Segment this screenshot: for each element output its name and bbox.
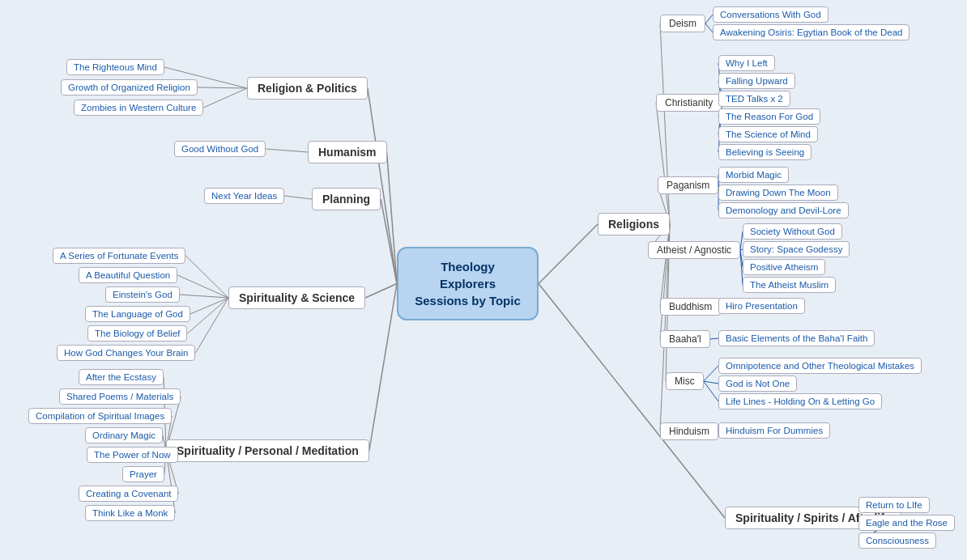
svg-line-2 bbox=[381, 199, 397, 284]
sub-deism: Deism bbox=[660, 15, 705, 32]
svg-line-50 bbox=[710, 338, 718, 339]
sub-paganism: Paganism bbox=[658, 176, 718, 194]
svg-line-8 bbox=[198, 87, 247, 88]
svg-line-3 bbox=[365, 284, 397, 299]
svg-line-34 bbox=[705, 15, 713, 23]
category-religions: Religions bbox=[598, 213, 670, 235]
category-spirituality-science: Spirituality & Science bbox=[228, 286, 365, 309]
svg-line-11 bbox=[284, 196, 312, 199]
leaf-next-year: Next Year Ideas bbox=[204, 188, 284, 204]
svg-line-15 bbox=[190, 298, 228, 314]
svg-line-52 bbox=[704, 381, 718, 384]
leaf-fortunate-events: A Series of Fortunate Events bbox=[53, 248, 185, 264]
sub-christianity: Christianity bbox=[656, 94, 722, 112]
leaf-drawing-down: Drawing Down The Moon bbox=[718, 185, 838, 201]
leaf-eagle-rose: Eagle and the Rose bbox=[858, 515, 955, 531]
svg-line-5 bbox=[539, 224, 598, 284]
center-node: Theology Explorers Sessions by Topic bbox=[397, 247, 539, 320]
sub-atheist: Atheist / Agnostic bbox=[648, 241, 740, 259]
leaf-biology-belief: The Biology of Belief bbox=[87, 325, 187, 342]
svg-line-14 bbox=[180, 295, 228, 298]
svg-line-4 bbox=[369, 284, 397, 452]
leaf-language-god: The Language of God bbox=[85, 306, 190, 322]
leaf-beautiful-question: A Beautiful Question bbox=[79, 267, 177, 283]
leaf-basic-elements: Basic Elements of the Baha'I Faith bbox=[718, 330, 875, 346]
leaf-reason-god: The Reason For God bbox=[718, 108, 820, 125]
leaf-consciousness: Consciousness bbox=[858, 532, 936, 549]
svg-line-51 bbox=[704, 366, 718, 381]
sub-misc: Misc bbox=[666, 372, 704, 390]
svg-line-1 bbox=[387, 152, 397, 284]
leaf-falling-upward: Falling Upward bbox=[718, 73, 795, 89]
leaf-story-space: Story: Space Godessy bbox=[743, 241, 850, 257]
sub-buddhism: Buddhism bbox=[660, 298, 721, 316]
leaf-think-monk: Think Like a Monk bbox=[85, 505, 175, 521]
svg-line-12 bbox=[185, 256, 228, 298]
svg-line-30 bbox=[660, 224, 670, 307]
leaf-positive-atheism: Positive Atheism bbox=[743, 259, 825, 275]
leaf-prayer: Prayer bbox=[122, 466, 164, 482]
leaf-ted-talks: TED Talks x 2 bbox=[718, 91, 790, 107]
category-spirituality-personal: Spirituality / Personal / Meditation bbox=[166, 439, 369, 462]
svg-line-6 bbox=[539, 284, 725, 519]
leaf-compilation: Compilation of Spiritual Images bbox=[28, 408, 172, 424]
svg-line-13 bbox=[177, 275, 228, 298]
leaf-believing-seeing: Believing is Seeing bbox=[718, 144, 812, 160]
leaf-morbid-magic: Morbid Magic bbox=[718, 167, 789, 183]
leaf-omnipotence: Omnipotence and Other Theological Mistak… bbox=[718, 358, 922, 374]
leaf-god-not-one: God is Not One bbox=[718, 375, 797, 392]
leaf-einsteins-god: Einstein's God bbox=[105, 286, 180, 303]
svg-line-53 bbox=[704, 381, 718, 401]
category-religion-politics: Religion & Politics bbox=[247, 77, 368, 100]
center-label: Theology Explorers Sessions by Topic bbox=[415, 260, 521, 308]
leaf-how-god-changes: How God Changes Your Brain bbox=[57, 345, 195, 361]
leaf-after-ecstasy: After the Ecstasy bbox=[79, 369, 164, 385]
leaf-shared-poems: Shared Poems / Materials bbox=[59, 388, 181, 405]
leaf-good-without-god: Good Without God bbox=[174, 141, 266, 157]
leaf-hiro: Hiro Presentation bbox=[718, 298, 805, 314]
svg-line-35 bbox=[705, 23, 713, 32]
category-planning: Planning bbox=[312, 188, 381, 210]
svg-line-10 bbox=[266, 149, 308, 152]
sub-baahal: Baaha'l bbox=[660, 330, 710, 348]
leaf-why-left: Why I Left bbox=[718, 55, 775, 71]
leaf-return-life: Return to LIfe bbox=[858, 497, 930, 513]
leaf-righteous-mind: The Righteous Mind bbox=[66, 59, 164, 75]
leaf-science-mind: The Science of Mind bbox=[718, 126, 818, 142]
leaf-atheist-muslim: The Atheist Muslim bbox=[743, 277, 836, 293]
leaf-zombies: Zombies in Western Culture bbox=[74, 100, 203, 116]
leaf-creating-covenant: Creating a Covenant bbox=[79, 486, 178, 502]
svg-line-16 bbox=[187, 298, 228, 333]
leaf-power-now: The Power of Now bbox=[87, 447, 178, 463]
leaf-society-god: Society Without God bbox=[743, 223, 842, 240]
sub-hinduism: Hinduism bbox=[660, 422, 718, 440]
category-humanism: Humanism bbox=[308, 141, 387, 163]
leaf-hinduism-dummies: Hinduism For Dummies bbox=[718, 422, 830, 439]
svg-line-27 bbox=[656, 103, 670, 224]
svg-line-9 bbox=[203, 88, 247, 108]
leaf-demonology: Demonology and Devil-Lore bbox=[718, 202, 849, 218]
svg-line-0 bbox=[368, 88, 397, 284]
leaf-awakening-osiris: Awakening Osiris: Egytian Book of the De… bbox=[713, 24, 909, 40]
leaf-life-lines: Life Lines - Holding On & Letting Go bbox=[718, 393, 882, 409]
svg-line-17 bbox=[195, 298, 228, 353]
leaf-conversations-god: Conversations With God bbox=[713, 6, 829, 23]
leaf-ordinary-magic: Ordinary Magic bbox=[85, 427, 163, 443]
leaf-growth-organized: Growth of Organized Religion bbox=[61, 79, 198, 95]
